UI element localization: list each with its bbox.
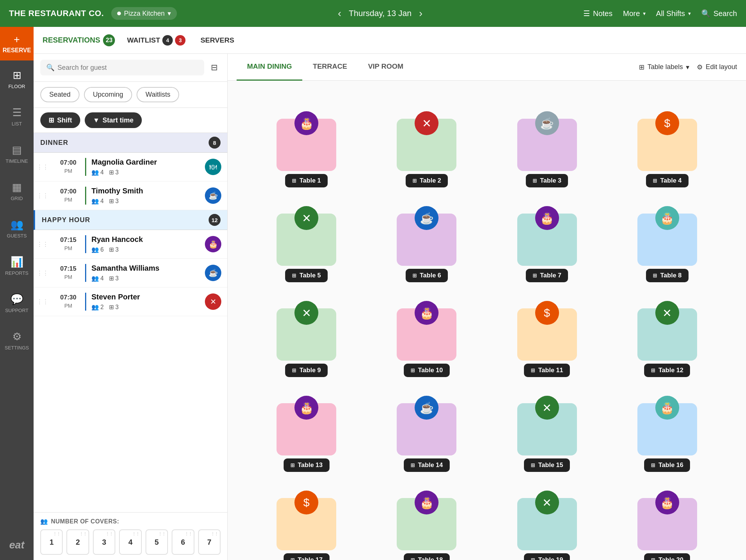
- section-badge-dinner: 8: [209, 137, 221, 149]
- table-item-8[interactable]: 🎂 ⊞ Table 8: [618, 202, 716, 282]
- notes-button[interactable]: ☰ Notes: [583, 9, 612, 18]
- sidebar-item-list[interactable]: ☰ LIST: [0, 98, 34, 135]
- time-period: PM: [65, 197, 72, 203]
- time-period: PM: [65, 245, 72, 251]
- all-shifts-button[interactable]: All Shifts ▾: [656, 9, 691, 18]
- prev-date-button[interactable]: ‹: [338, 7, 341, 19]
- table-grid-icon: ⊞: [651, 367, 655, 373]
- table-item-3[interactable]: ☕ ⊞ Table 3: [498, 108, 596, 187]
- more-button[interactable]: More ▾: [623, 9, 646, 18]
- reserve-button[interactable]: + RESERVE: [0, 27, 34, 60]
- upcoming-chip[interactable]: Upcoming: [84, 87, 132, 102]
- start-time-sort-button[interactable]: ▼ Start time: [85, 112, 142, 128]
- table-item-6[interactable]: ☕ ⊞ Table 6: [378, 202, 475, 282]
- all-shifts-label: All Shifts: [656, 9, 685, 18]
- table-item-7[interactable]: 🎂 ⊞ Table 7: [498, 202, 596, 282]
- sidebar-item-floor[interactable]: ⊞ FLOOR: [0, 60, 34, 98]
- table-item-18[interactable]: 🎂 ⊞ Table 18: [378, 487, 475, 560]
- table-shape: ✕: [517, 403, 577, 455]
- table-item-13[interactable]: 🎂 ⊞ Table 13: [257, 392, 355, 472]
- servers-label: SERVERS: [200, 36, 234, 44]
- reservation-info: Ryan Hancock 👥 6 ⊞ 3: [91, 235, 205, 253]
- reservation-info: Timothy Smith 👥 4 ⊞ 3: [91, 187, 205, 205]
- guest-name: Samantha Williams: [91, 264, 205, 273]
- reservation-item[interactable]: ⋮⋮ 07:00PM Timothy Smith 👥 4 ⊞ 3 ☕: [34, 181, 227, 210]
- cover-button-7[interactable]: ⋮⋮7: [198, 529, 221, 555]
- table-item-5[interactable]: ✕ ⊞ Table 5: [257, 202, 355, 282]
- edit-layout-button[interactable]: ⚙ Edit layout: [697, 63, 737, 71]
- table-item-20[interactable]: 🎂 ⊞ Table 20: [618, 487, 716, 560]
- table-item-15[interactable]: ✕ ⊞ Table 15: [498, 392, 596, 472]
- search-button[interactable]: 🔍 Search: [701, 9, 737, 18]
- table-label: Table 3: [540, 177, 561, 184]
- sidebar-item-timeline[interactable]: ▤ TIMELINE: [0, 135, 34, 172]
- table-shape: ☕: [517, 119, 577, 171]
- cover-button-3[interactable]: ⋮⋮3: [93, 529, 115, 555]
- filter-button[interactable]: ⊟: [208, 60, 221, 75]
- reservations-section: RESERVATIONS 23: [43, 34, 115, 46]
- drag-dots: ⋮⋮: [211, 532, 218, 536]
- servers-button[interactable]: SERVERS: [200, 36, 234, 44]
- sidebar-item-guests[interactable]: 👥 GUESTS: [0, 210, 34, 247]
- reservation-item[interactable]: ⋮⋮ 07:15PM Ryan Hancock 👥 6 ⊞ 3 🎂: [34, 230, 227, 259]
- guest-count: 👥 2: [91, 304, 104, 311]
- reservation-info: Steven Porter 👥 2 ⊞ 3: [91, 293, 205, 311]
- table-item-11[interactable]: $ ⊞ Table 11: [498, 297, 596, 377]
- table-item-10[interactable]: 🎂 ⊞ Table 10: [378, 297, 475, 377]
- seated-chip[interactable]: Seated: [40, 87, 79, 102]
- table-label: Table 8: [660, 272, 681, 279]
- search-input[interactable]: [57, 64, 198, 72]
- table-item-9[interactable]: ✕ ⊞ Table 9: [257, 297, 355, 377]
- cover-number: 3: [102, 538, 106, 547]
- location-selector[interactable]: Pizza Kitchen ▾: [111, 7, 177, 20]
- sidebar-item-settings[interactable]: ⚙ SETTINGS: [0, 322, 34, 359]
- search-nav-icon: 🔍: [701, 9, 711, 18]
- table-labels-button[interactable]: ⊞ Table labels ▾: [639, 63, 689, 71]
- reservation-item[interactable]: ⋮⋮ 07:30PM Steven Porter 👥 2 ⊞ 3 ✕: [34, 287, 227, 316]
- cover-button-2[interactable]: ⋮⋮2: [66, 529, 89, 555]
- reservation-meta: 👥 2 ⊞ 3: [91, 304, 205, 311]
- table-label: Table 16: [658, 461, 683, 469]
- sort-buttons: ⊞ Shift ▼ Start time: [34, 108, 227, 133]
- nav-right-actions: ☰ Notes More ▾ All Shifts ▾ 🔍 Search: [583, 9, 737, 18]
- sidebar-item-reports[interactable]: 📊 REPORTS: [0, 247, 34, 284]
- table-label-bar: ⊞ Table 17: [284, 553, 330, 560]
- area-tab-main-dining[interactable]: MAIN DINING: [237, 54, 302, 81]
- waitlists-chip[interactable]: Waitlists: [137, 87, 179, 102]
- cover-button-1[interactable]: ⋮⋮1: [40, 529, 63, 555]
- sidebar-item-support[interactable]: 💬 SUPPORT: [0, 284, 34, 322]
- table-status-icon: ✕: [294, 301, 318, 325]
- table-item-2[interactable]: ✕ ⊞ Table 2: [378, 108, 475, 187]
- area-tab-terrace[interactable]: TERRACE: [302, 54, 358, 81]
- table-item-4[interactable]: $ ⊞ Table 4: [618, 108, 716, 187]
- table-label: Table 1: [299, 177, 321, 184]
- reservation-item[interactable]: ⋮⋮ 07:00PM Magnolia Gardiner 👥 4 ⊞ 3 🍽: [34, 153, 227, 181]
- table-item-1[interactable]: 🎂 ⊞ Table 1: [257, 108, 355, 187]
- next-date-button[interactable]: ›: [419, 7, 422, 19]
- table-label: Table 13: [298, 461, 323, 469]
- reservation-item[interactable]: ⋮⋮ 07:15PM Samantha Williams 👥 4 ⊞ 3 ☕: [34, 259, 227, 287]
- table-item-19[interactable]: ✕ ⊞ Table 19: [498, 487, 596, 560]
- table-icon: ⊞: [109, 169, 114, 176]
- cover-button-4[interactable]: ⋮⋮4: [119, 529, 141, 555]
- table-item-14[interactable]: ☕ ⊞ Table 14: [378, 392, 475, 472]
- table-label-bar: ⊞ Table 18: [404, 553, 450, 560]
- cover-button-6[interactable]: ⋮⋮6: [172, 529, 194, 555]
- table-item-16[interactable]: 🎂 ⊞ Table 16: [618, 392, 716, 472]
- area-tab-vip-room[interactable]: VIP ROOM: [358, 54, 414, 81]
- table-shape: ✕: [637, 308, 697, 361]
- time-period: PM: [65, 168, 72, 174]
- sidebar-item-grid[interactable]: ▦ GRID: [0, 172, 34, 210]
- edit-layout-gear-icon: ⚙: [697, 63, 703, 71]
- table-label-bar: ⊞ Table 14: [404, 458, 450, 472]
- section-header-happyhour: HAPPY HOUR12: [34, 210, 227, 230]
- table-item-12[interactable]: ✕ ⊞ Table 12: [618, 297, 716, 377]
- table-status-icon: 🎂: [655, 206, 679, 230]
- cover-button-5[interactable]: ⋮⋮5: [146, 529, 168, 555]
- table-grid: 🎂 ⊞ Table 1 ✕ ⊞ Table 2 ☕ ⊞ Table 3 $ ⊞ …: [243, 93, 731, 560]
- table-shape: $: [277, 498, 336, 550]
- table-item-17[interactable]: $ ⊞ Table 17: [257, 487, 355, 560]
- table-grid-icon: ⊞: [653, 273, 657, 279]
- date-navigation: ‹ Thursday, 13 Jan ›: [184, 7, 576, 19]
- shift-sort-button[interactable]: ⊞ Shift: [40, 112, 80, 128]
